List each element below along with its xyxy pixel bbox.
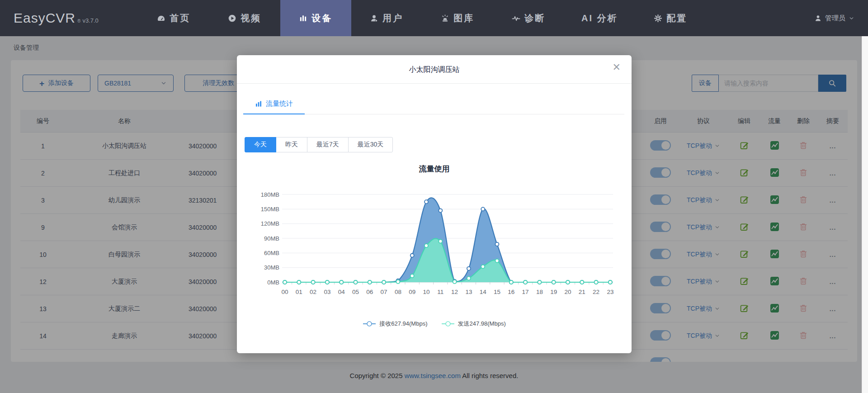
svg-text:20: 20 — [564, 289, 571, 295]
dashboard-icon — [157, 14, 165, 23]
svg-text:06: 06 — [366, 289, 373, 295]
chevron-down-icon — [849, 15, 854, 21]
svg-text:23: 23 — [607, 289, 613, 295]
svg-text:15: 15 — [494, 289, 500, 295]
svg-text:04: 04 — [338, 289, 345, 295]
nav-label: 诊断 — [524, 12, 545, 24]
svg-text:11: 11 — [437, 289, 443, 295]
nav-label: 设备 — [311, 12, 332, 24]
nav-item-video[interactable]: 视频 — [209, 0, 280, 36]
svg-text:12: 12 — [451, 289, 458, 295]
pulse-icon — [512, 14, 520, 23]
browser-scrollbar[interactable] — [862, 36, 868, 393]
tab-traffic-stats[interactable]: 流量统计 — [243, 95, 305, 114]
brand-version: v3.7.0 — [82, 17, 98, 24]
range-30days-button[interactable]: 最近30天 — [348, 137, 393, 152]
range-yesterday-button[interactable]: 昨天 — [276, 137, 307, 152]
nav-label: 视频 — [241, 12, 261, 24]
traffic-chart: 0MB30MB60MB90MB120MB150MB180MB0001020304… — [249, 186, 619, 304]
svg-text:17: 17 — [522, 289, 529, 295]
legend-send[interactable]: 发送247.98(Mbps) — [441, 320, 506, 328]
legend-label: 接收627.94(Mbps) — [379, 320, 427, 328]
svg-text:30MB: 30MB — [264, 264, 279, 271]
nav-label: 用户 — [382, 12, 403, 24]
close-icon[interactable]: ✕ — [613, 62, 621, 72]
svg-text:18: 18 — [536, 289, 543, 295]
svg-text:05: 05 — [352, 289, 359, 295]
chart-title: 流量使用 — [237, 164, 632, 174]
top-navbar: EasyCVR ® v3.7.0 首页 视频 设备 用户 图库 诊断 AI 分析… — [0, 0, 868, 36]
svg-text:09: 09 — [409, 289, 415, 295]
svg-text:150MB: 150MB — [261, 206, 279, 213]
gear-icon — [654, 14, 662, 23]
svg-text:03: 03 — [324, 289, 330, 295]
svg-text:180MB: 180MB — [261, 191, 279, 198]
video-play-icon — [228, 14, 236, 23]
nav-item-ai[interactable]: AI 分析 — [564, 0, 635, 36]
tab-label: 流量统计 — [266, 99, 293, 108]
svg-text:21: 21 — [579, 289, 585, 295]
svg-text:00: 00 — [281, 289, 288, 295]
nav-label: 图库 — [453, 12, 474, 24]
svg-text:19: 19 — [550, 289, 557, 295]
svg-text:14: 14 — [480, 289, 487, 295]
legend-label: 发送247.98(Mbps) — [458, 320, 506, 328]
area-chart: 0MB30MB60MB90MB120MB150MB180MB0001020304… — [249, 186, 619, 302]
svg-text:01: 01 — [296, 289, 302, 295]
alarm-beacon-icon — [441, 14, 449, 23]
svg-text:10: 10 — [423, 289, 429, 295]
nav-label: 配置 — [666, 12, 687, 24]
bar-chart-icon — [255, 100, 262, 108]
modal-title: 小太阳沟调压站 — [237, 65, 632, 75]
traffic-modal: 小太阳沟调压站 ✕ 流量统计 今天 昨天 最近7天 最近30天 流量使用 0MB… — [237, 55, 632, 353]
svg-text:60MB: 60MB — [264, 250, 279, 256]
svg-text:07: 07 — [381, 289, 387, 295]
range-today-button[interactable]: 今天 — [245, 137, 276, 152]
svg-text:0MB: 0MB — [267, 279, 279, 286]
admin-menu[interactable]: 管理员 — [814, 14, 854, 23]
brand-name: EasyCVR — [14, 10, 75, 26]
svg-text:120MB: 120MB — [261, 220, 279, 227]
svg-text:08: 08 — [395, 289, 401, 295]
modal-tabbar: 流量统计 — [243, 95, 624, 114]
divider — [237, 83, 632, 84]
device-bars-icon — [299, 14, 307, 23]
svg-text:90MB: 90MB — [264, 235, 279, 242]
svg-text:16: 16 — [508, 289, 514, 295]
chart-legend: 接收627.94(Mbps) 发送247.98(Mbps) — [237, 320, 632, 328]
legend-line-icon — [363, 321, 376, 327]
nav-item-device[interactable]: 设备 — [280, 0, 351, 36]
brand: EasyCVR ® v3.7.0 — [14, 10, 99, 26]
nav-item-home[interactable]: 首页 — [138, 0, 209, 36]
user-icon — [370, 14, 378, 23]
nav-item-config[interactable]: 配置 — [635, 0, 706, 36]
nav-item-diagnosis[interactable]: 诊断 — [493, 0, 564, 36]
range-button-group: 今天 昨天 最近7天 最近30天 — [245, 137, 393, 152]
svg-text:22: 22 — [593, 289, 599, 295]
nav-item-gallery[interactable]: 图库 — [422, 0, 493, 36]
svg-text:02: 02 — [310, 289, 316, 295]
svg-text:13: 13 — [465, 289, 472, 295]
nav-item-user[interactable]: 用户 — [351, 0, 422, 36]
nav-menu: 首页 视频 设备 用户 图库 诊断 AI 分析 配置 — [138, 0, 706, 36]
legend-receive[interactable]: 接收627.94(Mbps) — [363, 320, 427, 328]
range-7days-button[interactable]: 最近7天 — [307, 137, 349, 152]
admin-label: 管理员 — [825, 14, 845, 23]
nav-label: AI 分析 — [581, 12, 618, 24]
legend-line-icon — [441, 321, 455, 327]
nav-label: 首页 — [170, 12, 190, 24]
registered-mark: ® — [77, 19, 80, 24]
person-icon — [814, 14, 822, 22]
